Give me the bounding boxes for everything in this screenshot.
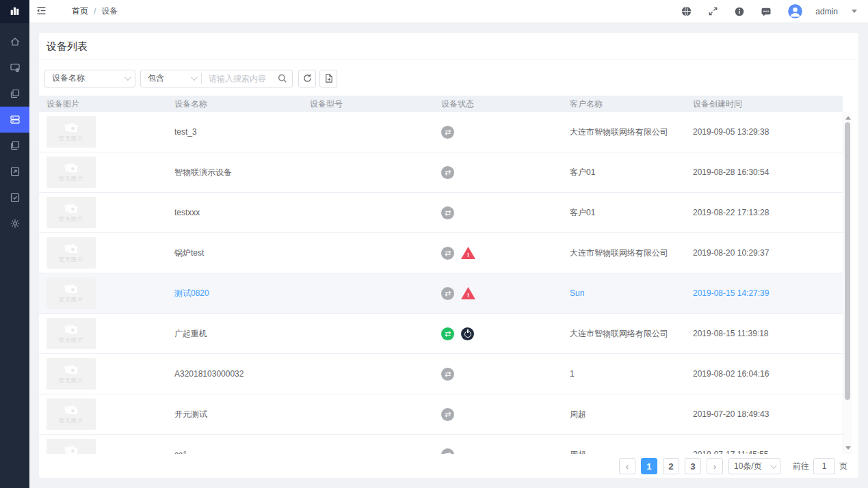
search-group: 包含 bbox=[140, 70, 293, 87]
device-image-placeholder: 暂无图片 bbox=[47, 439, 96, 454]
home-icon bbox=[10, 36, 21, 47]
table-row[interactable]: 暂无图片 智物联演示设备 ⇄ 客户01 2019-08-28 16:30:54 bbox=[39, 152, 843, 193]
device-image-placeholder: 暂无图片 bbox=[47, 277, 96, 309]
goto-page: 前往 页 bbox=[793, 458, 847, 474]
customer-name: Sun bbox=[570, 288, 693, 298]
transfer-gray-icon: ⇄ bbox=[441, 166, 454, 179]
sidebar-item-monitor[interactable] bbox=[0, 55, 29, 81]
page-button-1[interactable]: 1 bbox=[641, 458, 657, 474]
next-page-button[interactable]: › bbox=[707, 458, 723, 474]
device-name[interactable]: A32018103000032 bbox=[174, 369, 310, 379]
filter-bar: 设备名称 包含 bbox=[39, 59, 858, 96]
table-row[interactable]: 暂无图片 广起重机 ⇄ 大连市智物联网络有限公司 2019-08-15 11:3… bbox=[39, 314, 843, 354]
sidebar-item-devices[interactable] bbox=[0, 107, 29, 133]
device-name[interactable]: testxxx bbox=[174, 208, 310, 217]
scrollbar-thumb[interactable] bbox=[845, 122, 850, 400]
device-name[interactable]: 广起重机 bbox=[174, 328, 310, 340]
square-check-icon bbox=[10, 192, 21, 203]
created-time: 2019-09-05 13:29:38 bbox=[693, 127, 843, 137]
sidebar-item-windows[interactable] bbox=[0, 81, 29, 107]
device-name[interactable]: 开元测试 bbox=[174, 409, 310, 420]
info-icon[interactable] bbox=[732, 4, 747, 19]
chevron-down-icon bbox=[191, 74, 198, 81]
table-row[interactable]: 暂无图片 test_3 ⇄ 大连市智物联网络有限公司 2019-09-05 13… bbox=[39, 112, 843, 152]
sidebar-collapse-button[interactable] bbox=[29, 0, 55, 23]
globe-icon[interactable] bbox=[679, 4, 694, 19]
table-row[interactable]: 暂无图片 锅炉test ⇄ 大连市智物联网络有限公司 2019-08-20 10… bbox=[39, 233, 843, 273]
sidebar-item-home[interactable] bbox=[0, 29, 29, 55]
operator-select[interactable]: 包含 bbox=[141, 70, 201, 87]
device-name[interactable]: 测试0820 bbox=[174, 288, 310, 299]
device-image-placeholder: 暂无图片 bbox=[47, 358, 96, 390]
column-header: 设备创建时间 bbox=[693, 98, 843, 110]
page-button-3[interactable]: 3 bbox=[685, 458, 701, 474]
device-name[interactable]: 锅炉test bbox=[174, 247, 310, 259]
device-name[interactable]: test_3 bbox=[174, 127, 310, 137]
device-image-placeholder: 暂无图片 bbox=[47, 157, 96, 188]
prev-page-button[interactable]: ‹ bbox=[619, 458, 635, 474]
search-icon[interactable] bbox=[273, 73, 292, 84]
power-icon bbox=[461, 327, 474, 340]
table-scrollbar[interactable] bbox=[843, 112, 852, 454]
device-image-placeholder: 暂无图片 bbox=[47, 116, 96, 148]
sidebar-item-settings[interactable] bbox=[0, 211, 29, 236]
operator-select-value: 包含 bbox=[148, 72, 164, 84]
sidebar-item-collection[interactable] bbox=[0, 133, 29, 159]
scroll-up-icon[interactable] bbox=[845, 116, 851, 120]
scroll-down-icon[interactable] bbox=[845, 446, 851, 450]
device-name[interactable]: 智物联演示设备 bbox=[174, 167, 310, 178]
table-row[interactable]: 暂无图片 testxxx ⇄ 客户01 2019-08-22 17:13:28 bbox=[39, 193, 843, 233]
device-name[interactable]: cc1 bbox=[174, 450, 310, 454]
table-row[interactable]: 暂无图片 开元测试 ⇄ 周超 2019-07-20 18:49:43 bbox=[39, 394, 843, 435]
field-select-value: 设备名称 bbox=[52, 72, 85, 84]
table-row[interactable]: 暂无图片 cc1 ⇄ 周超 2019-07-17 11:45:55 bbox=[39, 435, 843, 454]
column-header: 设备名称 bbox=[174, 98, 310, 110]
column-header: 设备状态 bbox=[441, 98, 570, 110]
page-size-select[interactable]: 10条/页 bbox=[728, 458, 780, 474]
page-button-2[interactable]: 2 bbox=[663, 458, 679, 474]
message-icon[interactable] bbox=[759, 4, 774, 19]
transfer-gray-icon: ⇄ bbox=[441, 368, 454, 381]
avatar[interactable] bbox=[788, 4, 802, 18]
fullscreen-icon[interactable] bbox=[705, 4, 720, 19]
no-image-label: 暂无图片 bbox=[59, 215, 83, 223]
created-time: 2019-08-22 17:13:28 bbox=[693, 208, 843, 217]
column-header: 设备图片 bbox=[39, 98, 174, 110]
logo-bars-icon bbox=[9, 5, 21, 18]
table-row[interactable]: 暂无图片 测试0820 ⇄ Sun 2019-08-15 14:27:39 bbox=[39, 273, 843, 314]
transfer-gray-icon: ⇄ bbox=[441, 126, 454, 139]
alarm-icon bbox=[461, 287, 475, 299]
monitor-gear-icon bbox=[10, 62, 21, 73]
search-input[interactable] bbox=[202, 71, 273, 86]
no-image-label: 暂无图片 bbox=[59, 377, 83, 384]
page-title: 设备列表 bbox=[39, 33, 858, 59]
device-status: ⇄ bbox=[441, 247, 570, 260]
device-image-placeholder: 暂无图片 bbox=[47, 318, 96, 349]
window-copy-icon bbox=[10, 88, 21, 99]
transfer-green-icon: ⇄ bbox=[441, 327, 454, 340]
breadcrumb-home[interactable]: 首页 bbox=[72, 5, 88, 17]
sidebar-item-tasks[interactable] bbox=[0, 185, 29, 211]
username[interactable]: admin bbox=[815, 7, 838, 16]
created-time: 2019-08-20 10:29:37 bbox=[693, 248, 843, 258]
export-icon[interactable] bbox=[319, 70, 337, 87]
refresh-button[interactable] bbox=[298, 70, 316, 87]
device-status: ⇄ bbox=[441, 448, 570, 455]
column-header: 设备型号 bbox=[310, 98, 441, 110]
chevron-down-icon[interactable] bbox=[852, 10, 857, 13]
no-image-label: 暂无图片 bbox=[59, 256, 83, 263]
table-body: 暂无图片 test_3 ⇄ 大连市智物联网络有限公司 2019-09-05 13… bbox=[39, 112, 843, 454]
sidebar bbox=[0, 0, 29, 488]
app-logo[interactable] bbox=[0, 0, 29, 23]
goto-page-input[interactable] bbox=[813, 458, 835, 474]
content-card: 设备列表 设备名称 包含 设备图片 设备名称 设备型号 设备状态 客户名称 设备… bbox=[39, 33, 858, 478]
column-header: 客户名称 bbox=[570, 98, 693, 110]
table-row[interactable]: 暂无图片 A32018103000032 ⇄ 1 2019-08-02 16:0… bbox=[39, 354, 843, 394]
sidebar-item-external[interactable] bbox=[0, 159, 29, 185]
field-select[interactable]: 设备名称 bbox=[44, 70, 135, 87]
transfer-gray-icon: ⇄ bbox=[441, 408, 454, 421]
pagination: ‹ 1 2 3 › 10条/页 前往 页 bbox=[619, 458, 847, 474]
no-image-label: 暂无图片 bbox=[59, 336, 83, 344]
breadcrumb: 首页 / 设备 bbox=[72, 5, 118, 17]
customer-name: 大连市智物联网络有限公司 bbox=[570, 328, 693, 340]
